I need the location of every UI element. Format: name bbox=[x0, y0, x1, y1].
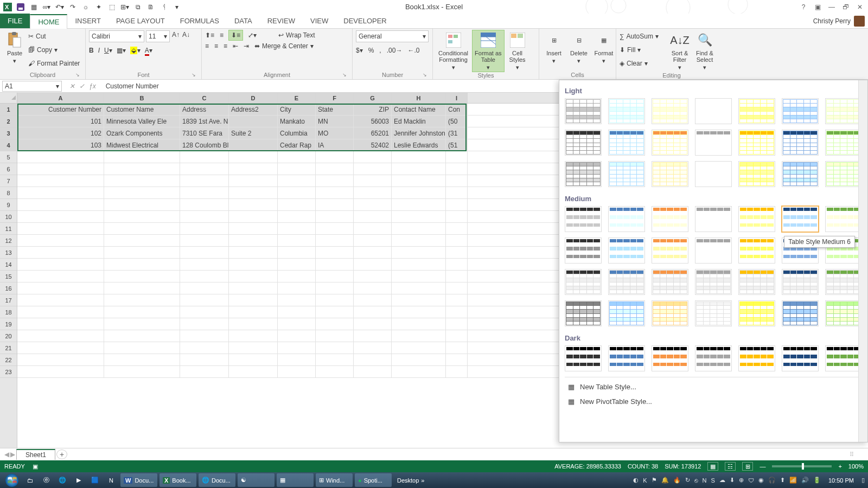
add-sheet-button[interactable]: + bbox=[56, 450, 67, 459]
underline-button[interactable]: U▾ bbox=[104, 47, 112, 54]
taskbar-pin-icon[interactable]: 🗀 bbox=[23, 473, 37, 487]
cell[interactable] bbox=[446, 211, 468, 222]
cell[interactable] bbox=[392, 175, 446, 187]
taskbar-app-spotify[interactable]: ●Spoti... bbox=[355, 473, 392, 487]
cell[interactable] bbox=[17, 294, 104, 306]
cell[interactable] bbox=[278, 354, 316, 365]
tray-icon[interactable]: 🛡 bbox=[748, 477, 754, 484]
cell[interactable] bbox=[104, 354, 180, 365]
cell[interactable] bbox=[316, 211, 354, 222]
tray-icon[interactable]: ⬇ bbox=[730, 477, 735, 484]
cell[interactable] bbox=[104, 282, 180, 294]
cell[interactable] bbox=[104, 366, 180, 377]
column-header[interactable]: A bbox=[17, 93, 104, 103]
cell[interactable] bbox=[278, 175, 316, 187]
tab-formulas[interactable]: FORMULAS bbox=[173, 14, 227, 28]
cell[interactable] bbox=[392, 163, 446, 175]
cell[interactable] bbox=[446, 366, 468, 377]
cell[interactable] bbox=[316, 306, 354, 318]
cell[interactable] bbox=[354, 187, 392, 198]
cell[interactable]: (50 bbox=[446, 115, 468, 127]
row-header[interactable]: 2 bbox=[0, 115, 17, 127]
cell[interactable] bbox=[17, 235, 104, 246]
row-header[interactable]: 22 bbox=[0, 354, 17, 366]
row-header[interactable]: 21 bbox=[0, 342, 17, 354]
cell[interactable] bbox=[392, 330, 446, 342]
row-header[interactable]: 5 bbox=[0, 151, 17, 163]
cell[interactable] bbox=[354, 235, 392, 246]
tray-icon[interactable]: ↻ bbox=[685, 477, 690, 484]
cell[interactable] bbox=[354, 342, 392, 354]
table-style-swatch[interactable] bbox=[695, 300, 732, 326]
cell[interactable] bbox=[17, 366, 104, 377]
cell[interactable] bbox=[180, 175, 229, 187]
cell[interactable] bbox=[392, 151, 446, 163]
cell[interactable]: Columbia bbox=[278, 127, 316, 139]
align-center-icon[interactable]: ≡ bbox=[214, 42, 218, 50]
taskbar-pin-icon[interactable]: 🟦 bbox=[88, 473, 102, 487]
align-top-icon[interactable]: ⬆≡ bbox=[205, 31, 214, 39]
cell[interactable] bbox=[278, 199, 316, 210]
cell[interactable]: MN bbox=[316, 115, 354, 127]
cell[interactable] bbox=[392, 259, 446, 270]
tray-icon[interactable]: N bbox=[703, 477, 707, 484]
cell[interactable] bbox=[354, 271, 392, 282]
cell[interactable] bbox=[316, 199, 354, 210]
table-style-swatch[interactable] bbox=[695, 98, 732, 124]
user-name[interactable]: Christy Perry bbox=[813, 17, 851, 25]
row-header[interactable]: 7 bbox=[0, 175, 17, 187]
font-size-input[interactable]: 11▾ bbox=[146, 30, 170, 42]
table-style-swatch[interactable] bbox=[782, 345, 819, 371]
table-style-swatch[interactable] bbox=[738, 206, 775, 232]
tray-icon[interactable]: ◉ bbox=[758, 477, 764, 484]
cell[interactable]: Jennifer Johnston bbox=[392, 127, 446, 139]
cell[interactable] bbox=[180, 318, 229, 330]
table-style-swatch[interactable] bbox=[565, 345, 602, 371]
cell[interactable]: State bbox=[316, 104, 354, 115]
comma-icon[interactable]: , bbox=[379, 47, 381, 54]
page-break-view-icon[interactable]: ⊞ bbox=[742, 462, 753, 471]
cell[interactable] bbox=[392, 211, 446, 222]
row-header[interactable]: 23 bbox=[0, 366, 17, 378]
cell[interactable]: 52402 bbox=[354, 139, 392, 151]
cell[interactable] bbox=[180, 211, 229, 222]
cell[interactable] bbox=[446, 282, 468, 294]
cell[interactable] bbox=[17, 330, 104, 342]
table-style-swatch[interactable] bbox=[652, 345, 688, 371]
cell[interactable] bbox=[278, 235, 316, 246]
cell[interactable] bbox=[180, 247, 229, 258]
table-style-swatch[interactable] bbox=[825, 269, 862, 295]
cell[interactable]: City bbox=[278, 104, 316, 115]
table-style-swatch[interactable] bbox=[782, 269, 819, 295]
cell[interactable] bbox=[392, 235, 446, 246]
cell[interactable] bbox=[278, 306, 316, 318]
table-style-swatch[interactable] bbox=[652, 130, 688, 156]
cell[interactable] bbox=[104, 330, 180, 342]
cell[interactable]: Address2 bbox=[229, 104, 278, 115]
borders-button[interactable]: ▦▾ bbox=[117, 47, 126, 54]
tray-icon[interactable]: ◐ bbox=[633, 477, 639, 484]
table-style-swatch[interactable] bbox=[738, 300, 775, 326]
new-pivot-style-button[interactable]: ▦New PivotTable Style... bbox=[565, 395, 865, 408]
cell[interactable]: Con bbox=[446, 104, 468, 115]
cell[interactable]: 128 Coulomb Blvd. bbox=[180, 139, 229, 151]
cell[interactable] bbox=[354, 223, 392, 234]
cell[interactable] bbox=[316, 259, 354, 270]
cell[interactable] bbox=[104, 199, 180, 210]
cell[interactable] bbox=[392, 366, 446, 377]
cell[interactable] bbox=[229, 366, 278, 377]
cell[interactable] bbox=[446, 294, 468, 306]
taskbar-app-chrome[interactable]: 🌐Docu... bbox=[199, 473, 235, 487]
cell[interactable] bbox=[278, 294, 316, 306]
tab-insert[interactable]: INSERT bbox=[67, 14, 108, 28]
column-header[interactable]: E bbox=[278, 93, 316, 103]
table-style-swatch[interactable] bbox=[565, 206, 602, 232]
tab-data[interactable]: DATA bbox=[227, 14, 260, 28]
cell[interactable] bbox=[180, 187, 229, 198]
cell[interactable] bbox=[446, 306, 468, 318]
row-header[interactable]: 16 bbox=[0, 282, 17, 294]
zoom-level[interactable]: 100% bbox=[848, 463, 864, 470]
cell[interactable]: Midwest Electrical bbox=[104, 139, 180, 151]
row-header[interactable]: 19 bbox=[0, 318, 17, 330]
cell[interactable] bbox=[446, 151, 468, 163]
